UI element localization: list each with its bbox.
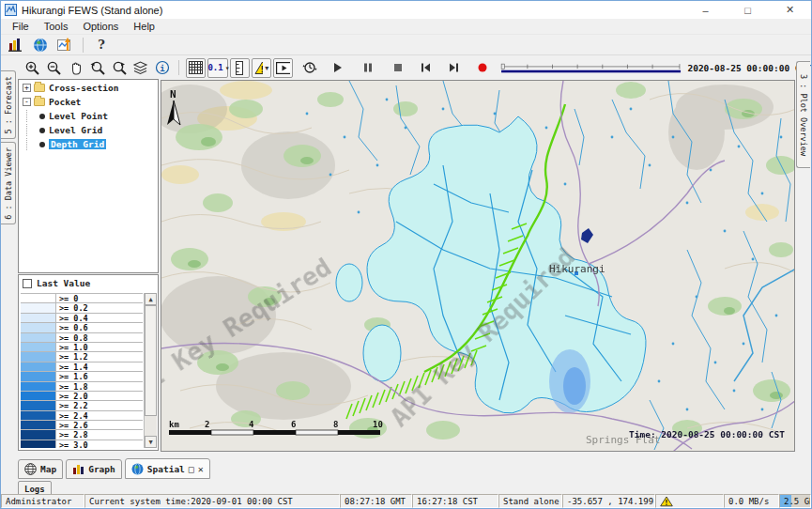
- legend-row[interactable]: >= 1.2: [21, 352, 143, 362]
- value-threshold-dropdown[interactable]: 0.1▾: [207, 58, 229, 78]
- legend-swatch: [21, 352, 56, 361]
- thresholds-dropdown-button[interactable]: ▾: [252, 58, 271, 78]
- collapse-icon[interactable]: -: [23, 98, 31, 106]
- tree-item-level-point[interactable]: Level Point: [19, 110, 158, 122]
- time-slider-handle[interactable]: [501, 64, 504, 69]
- tab-map[interactable]: Map: [18, 459, 63, 479]
- tree-item-cross-section[interactable]: + Cross-section: [19, 82, 158, 94]
- tab-forecast[interactable]: 5 : Forecast: [1, 70, 16, 139]
- status-warning-cell[interactable]: [655, 494, 724, 508]
- legend-row[interactable]: >= 1.6: [21, 372, 143, 381]
- animation-button[interactable]: [273, 58, 293, 78]
- status-local-time: 16:27:18 CST: [412, 494, 498, 508]
- warning-icon: [254, 61, 263, 75]
- legend-row[interactable]: >= 1.8: [21, 382, 143, 392]
- legend-row[interactable]: >= 2.2: [21, 401, 143, 410]
- info-icon: i: [155, 60, 170, 75]
- zoom-in-button[interactable]: [23, 58, 42, 78]
- legend-swatch: [21, 421, 56, 429]
- main-toolbar: ?: [1, 35, 811, 54]
- tree-item-depth-grid[interactable]: Depth Grid: [19, 138, 158, 150]
- animation-settings-button[interactable]: [299, 58, 319, 78]
- zoom-out-button[interactable]: [44, 58, 64, 78]
- legend-row[interactable]: >= 0.8: [21, 333, 143, 343]
- tree-item-pocket[interactable]: - Pocket: [19, 96, 158, 108]
- menu-help[interactable]: Help: [127, 20, 161, 33]
- pause-button[interactable]: [358, 58, 377, 78]
- legend-row[interactable]: >= 2.4: [21, 411, 143, 421]
- tab-data-viewer[interactable]: 6 : Data Viewer: [1, 142, 16, 224]
- menu-options[interactable]: Options: [76, 20, 125, 33]
- zoom-next-button[interactable]: [109, 58, 129, 78]
- expand-icon[interactable]: +: [23, 84, 31, 92]
- tab-graph[interactable]: Graph: [66, 459, 122, 479]
- toolbar-separator: [178, 60, 179, 75]
- step-forward-button[interactable]: [444, 58, 464, 78]
- bullet-icon: [39, 142, 45, 147]
- time-slider[interactable]: [500, 57, 682, 78]
- tab-forecast-label: 5 : Forecast: [4, 76, 13, 133]
- town-label: Hikurangi: [549, 263, 605, 275]
- spatial-display-button[interactable]: [28, 36, 53, 54]
- tab-data-viewer-label: 6 : Data Viewer: [4, 147, 13, 220]
- chevron-down-icon: ▾: [265, 64, 268, 72]
- scale-ruler-button[interactable]: [230, 58, 250, 78]
- menu-file[interactable]: File: [6, 20, 36, 33]
- scroll-down-icon[interactable]: ▼: [145, 436, 157, 448]
- minimize-button[interactable]: –: [684, 1, 727, 19]
- svg-text:4: 4: [249, 420, 254, 429]
- last-value-checkbox[interactable]: [23, 279, 32, 288]
- pan-button[interactable]: [66, 58, 85, 78]
- legend-row[interactable]: >= 0.4: [21, 314, 143, 323]
- legend-row[interactable]: >= 0: [21, 294, 143, 303]
- tab-spatial-label: Spatial: [147, 464, 185, 474]
- warning-icon: [660, 496, 673, 507]
- tree-item-level-grid[interactable]: Level Grid: [19, 124, 158, 136]
- database-viewer-button[interactable]: [4, 36, 28, 54]
- stop-button[interactable]: [388, 58, 407, 78]
- legend-value: >= 1.2: [56, 352, 88, 361]
- pause-icon: [362, 62, 374, 73]
- bullet-icon: [39, 114, 45, 119]
- zoom-out-icon: [46, 60, 62, 76]
- scroll-up-icon[interactable]: ▲: [145, 293, 157, 305]
- status-memory: 2.5 GB: [779, 494, 811, 508]
- legend-row[interactable]: >= 1.0: [21, 343, 143, 352]
- zoom-previous-button[interactable]: [87, 58, 107, 78]
- tab-maximize-icon[interactable]: □: [189, 464, 194, 474]
- play-button[interactable]: [328, 58, 347, 78]
- legend-row[interactable]: >= 2.8: [21, 430, 143, 440]
- tab-spatial[interactable]: Spatial □ ✕: [125, 458, 210, 479]
- legend-swatch: [21, 430, 56, 439]
- legend-swatch: [21, 440, 56, 448]
- menu-tools[interactable]: Tools: [38, 20, 75, 33]
- bullet-icon: [39, 128, 45, 133]
- legend-scrollbar[interactable]: ▲ ▼: [144, 293, 157, 448]
- legend-row[interactable]: >= 1.4: [21, 362, 143, 372]
- legend-row[interactable]: >= 3.0: [21, 440, 143, 448]
- map-view[interactable]: API Key Required API Key Required Hikura…: [161, 80, 795, 452]
- record-button[interactable]: [472, 58, 492, 78]
- legend-value: >= 3.0: [56, 440, 88, 448]
- legend-row[interactable]: >= 2.6: [21, 421, 143, 430]
- timeseries-dialog-button[interactable]: [53, 36, 77, 54]
- spatial-globe-icon: [131, 463, 144, 475]
- legend-row[interactable]: >= 2.0: [21, 392, 143, 401]
- grid-display-button[interactable]: [186, 58, 206, 78]
- step-forward-icon: [448, 62, 460, 73]
- info-button[interactable]: i: [152, 58, 172, 78]
- tree-indent: [26, 124, 39, 136]
- scrollbar-thumb[interactable]: [145, 305, 157, 416]
- legend-row[interactable]: >= 0.6: [21, 323, 143, 332]
- time-span-bar: [501, 70, 681, 72]
- step-back-button[interactable]: [416, 58, 436, 78]
- layers-button[interactable]: [130, 58, 150, 78]
- movie-play-icon: [276, 62, 290, 74]
- legend-row[interactable]: >= 0.2: [21, 303, 143, 313]
- help-button[interactable]: ?: [89, 36, 114, 54]
- tab-plot-overview[interactable]: 3 : Plot Overview: [796, 61, 810, 168]
- close-button[interactable]: ✕: [769, 1, 811, 19]
- tab-close-icon[interactable]: ✕: [198, 464, 204, 474]
- status-system-time: Current system time:2020-09-01 00:00 CST: [84, 494, 340, 508]
- maximize-button[interactable]: □: [727, 1, 769, 19]
